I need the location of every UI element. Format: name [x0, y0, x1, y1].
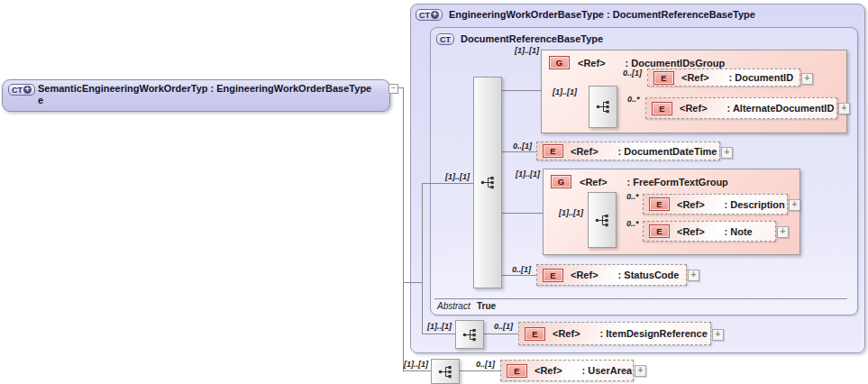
document-ids-group-box[interactable]: G <Ref> : DocumentIDsGroup — [541, 50, 847, 133]
description-cardinality: 0..* — [626, 192, 639, 201]
document-date-time-element[interactable]: E <Ref> : DocumentDateTime — [536, 142, 720, 160]
element-name: : Note — [725, 226, 753, 237]
sequence-compositor[interactable] — [589, 86, 617, 128]
abstract-label: Abstract — [437, 301, 471, 311]
document-id-cardinality: 0..[1] — [623, 69, 642, 78]
sequence-compositor[interactable] — [431, 359, 460, 384]
element-ref: <Ref> — [680, 103, 708, 114]
sequence-icon — [480, 176, 496, 189]
element-ref: <Ref> — [677, 226, 705, 237]
left-box-title-line1: SemanticEngineeringWorkOrderTyp : Engine… — [38, 83, 386, 95]
alternate-document-id-cardinality: 0..* — [627, 95, 640, 104]
expand-button[interactable]: + — [721, 147, 733, 159]
element-name: : StatusCode — [618, 270, 680, 280]
description-element[interactable]: E <Ref> : Description — [643, 194, 788, 215]
derived-plus-icon: + — [431, 11, 439, 19]
sequence-compositor-bar[interactable] — [473, 77, 502, 288]
group-icon: G — [549, 56, 570, 69]
element-name: : Description — [725, 199, 785, 210]
outer-box-title: EngineeringWorkOrderBaseType : DocumentR… — [449, 9, 755, 21]
complex-type-plus-icon: CT+ — [416, 9, 443, 21]
expand-button[interactable]: + — [688, 270, 699, 281]
group-name: : DocumentIDsGroup — [626, 58, 726, 69]
sequence-cardinality: [1]..[1] — [553, 87, 577, 96]
element-ref: <Ref> — [571, 146, 598, 157]
element-icon: E — [543, 144, 563, 158]
element-icon: E — [649, 197, 670, 211]
sequence-compositor[interactable] — [588, 192, 617, 248]
alternate-document-id-element[interactable]: E <Ref> : AlternateDocumentID — [645, 97, 837, 119]
element-name: : ItemDesignReference — [600, 328, 708, 339]
semantic-engineering-work-order-type-box[interactable]: CT+ SemanticEngineeringWorkOrderTyp : En… — [2, 79, 390, 112]
expand-button[interactable]: + — [635, 365, 646, 377]
status-code-cardinality: 0..[1] — [512, 265, 531, 274]
sequence-icon — [438, 365, 453, 379]
element-icon: E — [543, 269, 563, 282]
inner-box-title: DocumentReferenceBaseType — [461, 33, 603, 45]
xsd-schema-diagram: CT+ EngineeringWorkOrderBaseType : Docum… — [0, 0, 868, 384]
sequence-cardinality: [1]..[1] — [559, 208, 583, 217]
note-cardinality: 0..* — [626, 219, 639, 228]
element-ref: <Ref> — [535, 365, 562, 376]
element-ref: <Ref> — [571, 270, 598, 280]
sequence-icon — [462, 328, 478, 342]
expand-button[interactable]: + — [838, 103, 850, 114]
collapse-handle[interactable]: − — [388, 84, 398, 94]
free-form-text-group-cardinality: [1]..[1] — [516, 169, 540, 178]
left-box-title-line2: e — [38, 95, 386, 106]
element-ref: <Ref> — [553, 328, 580, 339]
group-name: : FreeFormTextGroup — [627, 177, 728, 187]
element-name: : DocumentID — [729, 72, 794, 83]
document-date-time-cardinality: 0..[1] — [513, 142, 532, 151]
complex-type-plus-icon: CT+ — [8, 84, 35, 96]
user-area-cardinality: 0..[1] — [476, 360, 495, 369]
sequence-cardinality: [1]..[1] — [404, 360, 428, 369]
element-icon: E — [652, 102, 672, 115]
abstract-separator — [434, 298, 847, 299]
document-id-element[interactable]: E <Ref> : DocumentID — [647, 69, 800, 87]
group-icon: G — [551, 175, 571, 188]
item-design-reference-element[interactable]: E <Ref> : ItemDesignReference — [518, 322, 711, 345]
element-ref: <Ref> — [677, 199, 705, 210]
element-name: : DocumentDateTime — [618, 146, 717, 157]
group-ref: <Ref> — [580, 177, 608, 187]
document-ids-group-cardinality: [1]..[1] — [515, 46, 539, 55]
expand-button[interactable]: + — [712, 329, 724, 341]
status-code-element[interactable]: E <Ref> : StatusCode — [536, 264, 687, 286]
element-ref: <Ref> — [681, 72, 709, 83]
note-element[interactable]: E <Ref> : Note — [643, 221, 776, 242]
derived-plus-icon: + — [23, 86, 32, 94]
expand-button[interactable]: + — [789, 199, 800, 211]
element-icon: E — [653, 71, 674, 85]
group-ref: <Ref> — [578, 58, 606, 69]
sequence-icon — [595, 214, 610, 227]
expand-button[interactable]: + — [777, 226, 789, 238]
element-icon: E — [649, 224, 670, 238]
element-name: : UserArea — [582, 365, 633, 376]
user-area-element[interactable]: E <Ref> : UserArea — [500, 360, 634, 381]
element-icon: E — [525, 327, 545, 341]
expand-button[interactable]: + — [801, 73, 813, 85]
sequence-compositor[interactable] — [455, 320, 484, 349]
sequence-cardinality: [1]..[1] — [445, 172, 470, 181]
element-name: : AlternateDocumentID — [727, 103, 835, 114]
complex-type-icon: CT — [436, 33, 454, 45]
item-design-reference-cardinality: 0..[1] — [494, 322, 513, 331]
element-icon: E — [507, 364, 527, 378]
abstract-value: True — [477, 301, 496, 311]
sequence-icon — [596, 100, 611, 114]
sequence-cardinality: [1]..[1] — [427, 322, 452, 331]
